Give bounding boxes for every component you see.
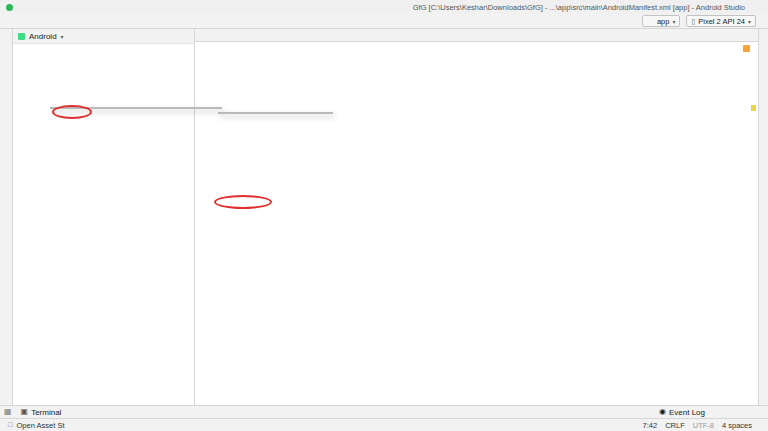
- run-toolbar: app ▾ ▯ Pixel 2 API 24 ▾: [636, 15, 762, 27]
- project-tree: [13, 44, 194, 46]
- chevron-down-icon: ▾: [748, 18, 751, 25]
- scrollbar-highlight-mark: [751, 105, 756, 111]
- android-studio-window: GfG [C:\Users\Keshar\Downloads\GfG] - ..…: [0, 0, 768, 431]
- code-editor[interactable]: [195, 42, 758, 44]
- quick-access-icon[interactable]: ▦: [4, 408, 12, 416]
- caret-position[interactable]: 7:42: [643, 421, 658, 430]
- event-log-label: Event Log: [669, 408, 705, 417]
- new-submenu: [218, 112, 333, 114]
- status-hint: □ Open Asset St: [8, 421, 64, 430]
- status-hint-text: Open Asset St: [17, 421, 65, 430]
- project-panel: Android ▾: [13, 29, 195, 405]
- right-tool-stripe: [758, 29, 768, 405]
- status-widgets: 7:42 CRLF UTF-8 4 spaces: [643, 421, 760, 430]
- status-bar: □ Open Asset St 7:42 CRLF UTF-8 4 spaces: [0, 418, 768, 431]
- status-hint-icon: □: [8, 421, 13, 429]
- ide-body: Android ▾: [0, 29, 768, 405]
- android-view-icon: [18, 33, 25, 40]
- inspection-indicator-icon[interactable]: [743, 45, 750, 52]
- editor-tabs: [195, 29, 758, 42]
- editor-area[interactable]: [195, 29, 758, 405]
- tool-window-bar: ▦ ▣ Terminal ◉ Event Log: [0, 405, 768, 418]
- left-tool-stripe: [0, 29, 13, 405]
- android-studio-logo-icon: [6, 4, 13, 11]
- project-view-selector[interactable]: Android: [29, 32, 57, 41]
- app-module-icon: [647, 18, 654, 25]
- event-log-button[interactable]: ◉ Event Log: [656, 408, 708, 417]
- device-select[interactable]: ▯ Pixel 2 API 24 ▾: [686, 15, 756, 27]
- file-encoding[interactable]: UTF-8: [693, 421, 714, 430]
- terminal-icon: ▣: [21, 408, 29, 416]
- event-log-icon: ◉: [659, 408, 666, 416]
- chevron-down-icon: ▾: [672, 18, 675, 25]
- title-bar: GfG [C:\Users\Keshar\Downloads\GfG] - ..…: [0, 0, 768, 14]
- project-panel-header: Android ▾: [13, 29, 194, 44]
- phone-icon: ▯: [691, 18, 695, 25]
- context-menu: [50, 107, 222, 109]
- terminal-label: Terminal: [31, 408, 61, 417]
- window-title: GfG [C:\Users\Keshar\Downloads\GfG] - ..…: [413, 3, 745, 12]
- line-ending[interactable]: CRLF: [665, 421, 685, 430]
- terminal-button[interactable]: ▣ Terminal: [18, 408, 65, 417]
- navigation-bar: app ▾ ▯ Pixel 2 API 24 ▾: [0, 14, 768, 29]
- chevron-down-icon: ▾: [61, 33, 64, 40]
- run-configuration-label: app: [657, 17, 670, 26]
- indent-setting[interactable]: 4 spaces: [722, 421, 752, 430]
- run-configuration-select[interactable]: app ▾: [642, 15, 681, 27]
- device-label: Pixel 2 API 24: [698, 17, 745, 26]
